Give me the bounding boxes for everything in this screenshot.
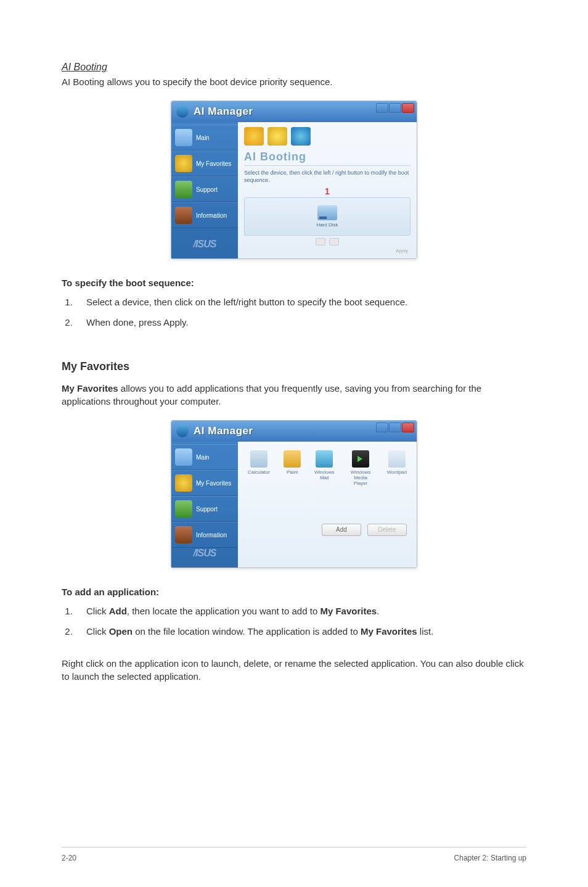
device-list[interactable]: Hard Disk xyxy=(244,197,410,236)
favorites-icon xyxy=(175,155,192,172)
list-item: When done, press Apply. xyxy=(75,316,526,330)
page-footer: 2-20 Chapter 2: Starting up xyxy=(62,854,526,862)
brand-logo: /ISUS xyxy=(171,548,238,559)
sidebar-item-label: Information xyxy=(196,532,227,538)
content-area: AI Booting Select the device, then click… xyxy=(238,122,417,258)
favorites-grid: Calculator Paint Windows Mail Windows Me… xyxy=(248,450,407,486)
brand-logo: /ISUS xyxy=(171,239,238,250)
content-area: Calculator Paint Windows Mail Windows Me… xyxy=(238,442,417,567)
favorites-heading: My Favorites xyxy=(62,360,526,373)
minimize-button[interactable] xyxy=(376,103,388,113)
ai-manager-window-booting: AI Manager Main My Favorites Support Inf… xyxy=(171,101,417,259)
app-label: Paint xyxy=(287,470,298,476)
sidebar: Main My Favorites Support Information /I… xyxy=(171,122,238,258)
apply-button[interactable]: Apply xyxy=(244,248,410,254)
favorite-app[interactable]: Paint xyxy=(284,450,301,486)
sidebar-item-label: My Favorites xyxy=(196,480,231,487)
sidebar-item-information[interactable]: Information xyxy=(171,522,238,548)
sidebar-item-label: Support xyxy=(196,186,218,193)
instruction-text: Select the device, then click the left /… xyxy=(244,170,410,184)
page-number: 2-20 xyxy=(62,854,76,862)
annotation-1: 1 xyxy=(244,186,410,196)
add-steps: Click Add, then locate the application y… xyxy=(62,604,526,638)
closing-paragraph: Right click on the application icon to l… xyxy=(62,657,526,683)
sidebar: Main My Favorites Support Information /I… xyxy=(171,442,238,567)
media-player-icon xyxy=(352,450,369,468)
add-button[interactable]: Add xyxy=(322,524,361,536)
window-controls xyxy=(376,103,414,113)
main-icon xyxy=(175,448,192,466)
window-titlebar: AI Manager xyxy=(171,101,417,122)
arrow-controls xyxy=(244,238,410,247)
toolbar-button-3[interactable] xyxy=(291,127,311,146)
maximize-button[interactable] xyxy=(389,423,401,432)
app-logo-icon xyxy=(176,105,189,118)
ai-manager-window-favorites: AI Manager Main My Favorites Support Inf… xyxy=(171,420,417,568)
delete-button[interactable]: Delete xyxy=(367,524,407,536)
support-icon xyxy=(175,181,192,198)
maximize-button[interactable] xyxy=(389,103,401,113)
window-controls xyxy=(376,423,414,432)
favorite-app[interactable]: Wordpad xyxy=(387,450,407,486)
app-label: Wordpad xyxy=(387,470,407,476)
favorites-desc: My Favorites allows you to add applicati… xyxy=(62,382,526,408)
paint-icon xyxy=(284,450,301,468)
ai-booting-heading: AI Booting xyxy=(62,62,526,73)
specify-steps: Select a device, then click on the left/… xyxy=(62,295,526,329)
specify-heading: To specify the boot sequence: xyxy=(62,278,526,288)
ai-booting-desc: AI Booting allows you to specify the boo… xyxy=(62,75,526,88)
toolbar-button-2[interactable] xyxy=(267,127,287,146)
list-item: Click Add, then locate the application y… xyxy=(75,604,526,619)
wordpad-icon xyxy=(388,450,406,468)
app-label: Windows Media Player xyxy=(348,470,373,486)
sidebar-item-support[interactable]: Support xyxy=(171,496,238,522)
window-title: AI Manager xyxy=(194,425,253,437)
information-icon xyxy=(175,526,192,543)
right-arrow-button[interactable] xyxy=(329,238,339,245)
favorite-app[interactable]: Windows Media Player xyxy=(348,450,373,486)
sidebar-item-label: Main xyxy=(196,134,210,141)
calculator-icon xyxy=(250,450,267,468)
device-label: Hard Disk xyxy=(316,222,338,228)
close-button[interactable] xyxy=(402,103,414,113)
sidebar-item-label: Main xyxy=(196,454,210,461)
sidebar-item-favorites[interactable]: My Favorites xyxy=(171,470,238,496)
sidebar-item-label: My Favorites xyxy=(196,160,231,167)
add-heading: To add an application: xyxy=(62,587,526,597)
app-label: Windows Mail xyxy=(314,470,334,481)
support-icon xyxy=(175,500,192,518)
information-icon xyxy=(175,207,192,224)
sidebar-item-label: Information xyxy=(196,212,227,219)
divider xyxy=(244,165,410,166)
left-arrow-button[interactable] xyxy=(316,238,325,245)
sidebar-item-favorites[interactable]: My Favorites xyxy=(171,151,238,176)
sidebar-item-main[interactable]: Main xyxy=(171,444,238,470)
main-icon xyxy=(175,129,192,146)
chapter-label: Chapter 2: Starting up xyxy=(454,854,526,862)
close-button[interactable] xyxy=(402,423,414,432)
favorite-app[interactable]: Calculator xyxy=(248,450,270,486)
sidebar-item-support[interactable]: Support xyxy=(171,176,238,202)
list-item: Select a device, then click on the left/… xyxy=(75,295,526,310)
sidebar-item-main[interactable]: Main xyxy=(171,125,238,151)
window-title: AI Manager xyxy=(194,105,253,118)
toolbar-button-1[interactable] xyxy=(244,127,264,146)
sidebar-item-label: Support xyxy=(196,506,218,513)
app-label: Calculator xyxy=(248,470,270,476)
footer-divider xyxy=(62,847,526,848)
mail-icon xyxy=(316,450,333,468)
list-item: Click Open on the file location window. … xyxy=(75,625,526,639)
sidebar-item-information[interactable]: Information xyxy=(171,202,238,228)
app-logo-icon xyxy=(176,425,189,437)
minimize-button[interactable] xyxy=(376,423,388,432)
toolbar xyxy=(244,127,410,146)
favorite-app[interactable]: Windows Mail xyxy=(314,450,334,486)
content-heading: AI Booting xyxy=(244,151,410,163)
hard-disk-icon xyxy=(317,205,337,220)
favorites-icon xyxy=(175,474,192,492)
button-row: Add Delete xyxy=(248,524,407,536)
window-titlebar: AI Manager xyxy=(171,421,417,442)
